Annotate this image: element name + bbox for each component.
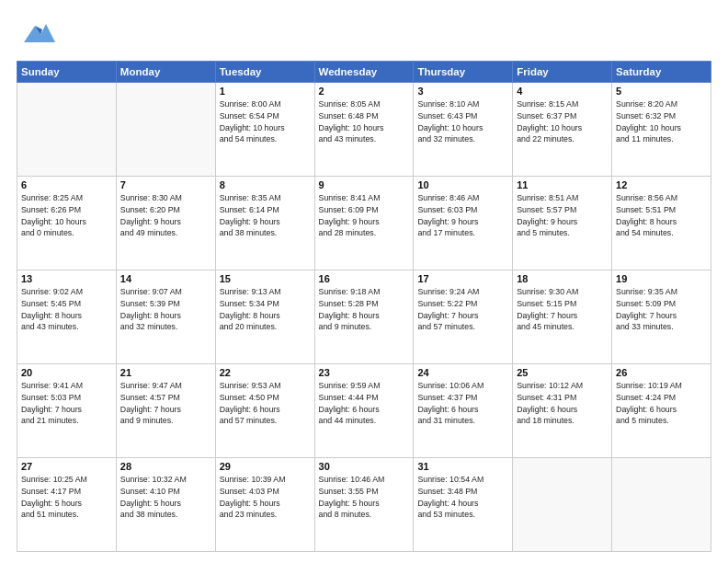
day-info: Sunrise: 9:41 AMSunset: 5:03 PMDaylight:…: [21, 380, 112, 427]
logo: [17, 17, 62, 52]
day-info: Sunrise: 9:13 AMSunset: 5:34 PMDaylight:…: [220, 286, 311, 333]
day-info: Sunrise: 9:47 AMSunset: 4:57 PMDaylight:…: [120, 380, 211, 427]
calendar-cell: 2Sunrise: 8:05 AMSunset: 6:48 PMDaylight…: [314, 83, 414, 177]
calendar-cell: 9Sunrise: 8:41 AMSunset: 6:09 PMDaylight…: [314, 177, 414, 270]
page: SundayMondayTuesdayWednesdayThursdayFrid…: [0, 0, 728, 563]
day-number: 5: [616, 86, 707, 97]
day-info: Sunrise: 8:46 AMSunset: 6:03 PMDaylight:…: [417, 192, 508, 239]
day-number: 6: [21, 179, 112, 190]
day-number: 16: [319, 273, 410, 284]
day-number: 8: [220, 179, 311, 190]
day-number: 22: [220, 367, 311, 378]
day-number: 31: [417, 461, 508, 472]
day-number: 2: [319, 86, 410, 97]
calendar-cell: 16Sunrise: 9:18 AMSunset: 5:28 PMDayligh…: [314, 270, 414, 364]
day-number: 3: [417, 86, 508, 97]
day-info: Sunrise: 10:19 AMSunset: 4:24 PMDaylight…: [616, 380, 707, 427]
calendar-cell: 7Sunrise: 8:30 AMSunset: 6:20 PMDaylight…: [116, 177, 215, 270]
calendar-cell: 13Sunrise: 9:02 AMSunset: 5:45 PMDayligh…: [17, 270, 117, 364]
header: [17, 17, 711, 52]
day-number: 12: [616, 179, 707, 190]
calendar-cell: [612, 458, 711, 552]
day-info: Sunrise: 9:02 AMSunset: 5:45 PMDaylight:…: [21, 286, 112, 333]
weekday-header-tuesday: Tuesday: [215, 62, 314, 83]
calendar-cell: 29Sunrise: 10:39 AMSunset: 4:03 PMDaylig…: [215, 458, 314, 552]
calendar-cell: 20Sunrise: 9:41 AMSunset: 5:03 PMDayligh…: [17, 364, 117, 458]
calendar-cell: 26Sunrise: 10:19 AMSunset: 4:24 PMDaylig…: [612, 364, 711, 458]
day-info: Sunrise: 8:05 AMSunset: 6:48 PMDaylight:…: [319, 98, 410, 145]
day-number: 26: [616, 367, 707, 378]
day-info: Sunrise: 10:06 AMSunset: 4:37 PMDaylight…: [417, 380, 508, 427]
calendar-week-row: 27Sunrise: 10:25 AMSunset: 4:17 PMDaylig…: [17, 458, 711, 552]
day-info: Sunrise: 10:25 AMSunset: 4:17 PMDaylight…: [21, 474, 112, 521]
day-info: Sunrise: 8:25 AMSunset: 6:26 PMDaylight:…: [21, 192, 112, 239]
day-info: Sunrise: 9:18 AMSunset: 5:28 PMDaylight:…: [319, 286, 410, 333]
day-number: 7: [120, 179, 211, 190]
day-info: Sunrise: 9:53 AMSunset: 4:50 PMDaylight:…: [220, 380, 311, 427]
weekday-header-saturday: Saturday: [612, 62, 711, 83]
calendar-cell: 14Sunrise: 9:07 AMSunset: 5:39 PMDayligh…: [116, 270, 215, 364]
day-number: 29: [220, 461, 311, 472]
calendar-cell: 11Sunrise: 8:51 AMSunset: 5:57 PMDayligh…: [513, 177, 612, 270]
day-number: 23: [319, 367, 410, 378]
day-info: Sunrise: 9:59 AMSunset: 4:44 PMDaylight:…: [319, 380, 410, 427]
day-number: 13: [21, 273, 112, 284]
day-number: 18: [517, 273, 608, 284]
calendar-cell: 17Sunrise: 9:24 AMSunset: 5:22 PMDayligh…: [414, 270, 513, 364]
day-number: 15: [220, 273, 311, 284]
calendar-cell: 5Sunrise: 8:20 AMSunset: 6:32 PMDaylight…: [612, 83, 711, 177]
day-info: Sunrise: 10:46 AMSunset: 3:55 PMDaylight…: [319, 474, 410, 521]
calendar-cell: 27Sunrise: 10:25 AMSunset: 4:17 PMDaylig…: [17, 458, 117, 552]
day-number: 9: [319, 179, 410, 190]
calendar-cell: 30Sunrise: 10:46 AMSunset: 3:55 PMDaylig…: [314, 458, 414, 552]
day-info: Sunrise: 8:30 AMSunset: 6:20 PMDaylight:…: [120, 192, 211, 239]
day-number: 14: [120, 273, 211, 284]
calendar-cell: 8Sunrise: 8:35 AMSunset: 6:14 PMDaylight…: [215, 177, 314, 270]
weekday-header-wednesday: Wednesday: [314, 62, 414, 83]
day-number: 24: [417, 367, 508, 378]
calendar-cell: 21Sunrise: 9:47 AMSunset: 4:57 PMDayligh…: [116, 364, 215, 458]
day-number: 10: [417, 179, 508, 190]
logo-icon: [17, 17, 59, 52]
calendar-cell: 23Sunrise: 9:59 AMSunset: 4:44 PMDayligh…: [314, 364, 414, 458]
day-number: 1: [220, 86, 311, 97]
calendar-week-row: 13Sunrise: 9:02 AMSunset: 5:45 PMDayligh…: [17, 270, 711, 364]
day-number: 21: [120, 367, 211, 378]
day-number: 30: [319, 461, 410, 472]
day-info: Sunrise: 8:20 AMSunset: 6:32 PMDaylight:…: [616, 98, 707, 145]
day-number: 20: [21, 367, 112, 378]
day-info: Sunrise: 10:12 AMSunset: 4:31 PMDaylight…: [517, 380, 608, 427]
day-info: Sunrise: 8:41 AMSunset: 6:09 PMDaylight:…: [319, 192, 410, 239]
calendar-cell: [116, 83, 215, 177]
day-number: 11: [517, 179, 608, 190]
calendar-cell: 4Sunrise: 8:15 AMSunset: 6:37 PMDaylight…: [513, 83, 612, 177]
calendar-cell: 12Sunrise: 8:56 AMSunset: 5:51 PMDayligh…: [612, 177, 711, 270]
calendar-cell: 18Sunrise: 9:30 AMSunset: 5:15 PMDayligh…: [513, 270, 612, 364]
day-info: Sunrise: 8:00 AMSunset: 6:54 PMDaylight:…: [220, 98, 311, 145]
calendar-week-row: 20Sunrise: 9:41 AMSunset: 5:03 PMDayligh…: [17, 364, 711, 458]
calendar-cell: 31Sunrise: 10:54 AMSunset: 3:48 PMDaylig…: [414, 458, 513, 552]
calendar-cell: 24Sunrise: 10:06 AMSunset: 4:37 PMDaylig…: [414, 364, 513, 458]
weekday-header-friday: Friday: [513, 62, 612, 83]
day-info: Sunrise: 9:24 AMSunset: 5:22 PMDaylight:…: [417, 286, 508, 333]
weekday-header-thursday: Thursday: [414, 62, 513, 83]
day-info: Sunrise: 10:54 AMSunset: 3:48 PMDaylight…: [417, 474, 508, 521]
calendar-cell: [17, 83, 117, 177]
day-number: 27: [21, 461, 112, 472]
weekday-header-monday: Monday: [116, 62, 215, 83]
calendar-cell: 15Sunrise: 9:13 AMSunset: 5:34 PMDayligh…: [215, 270, 314, 364]
day-info: Sunrise: 10:32 AMSunset: 4:10 PMDaylight…: [120, 474, 211, 521]
weekday-header-sunday: Sunday: [17, 62, 117, 83]
day-number: 25: [517, 367, 608, 378]
day-info: Sunrise: 8:10 AMSunset: 6:43 PMDaylight:…: [417, 98, 508, 145]
calendar-cell: 19Sunrise: 9:35 AMSunset: 5:09 PMDayligh…: [612, 270, 711, 364]
calendar-cell: 3Sunrise: 8:10 AMSunset: 6:43 PMDaylight…: [414, 83, 513, 177]
calendar-cell: 1Sunrise: 8:00 AMSunset: 6:54 PMDaylight…: [215, 83, 314, 177]
calendar-cell: 10Sunrise: 8:46 AMSunset: 6:03 PMDayligh…: [414, 177, 513, 270]
day-info: Sunrise: 9:35 AMSunset: 5:09 PMDaylight:…: [616, 286, 707, 333]
calendar-week-row: 6Sunrise: 8:25 AMSunset: 6:26 PMDaylight…: [17, 177, 711, 270]
calendar-cell: 22Sunrise: 9:53 AMSunset: 4:50 PMDayligh…: [215, 364, 314, 458]
day-number: 19: [616, 273, 707, 284]
day-info: Sunrise: 8:15 AMSunset: 6:37 PMDaylight:…: [517, 98, 608, 145]
calendar-cell: 25Sunrise: 10:12 AMSunset: 4:31 PMDaylig…: [513, 364, 612, 458]
